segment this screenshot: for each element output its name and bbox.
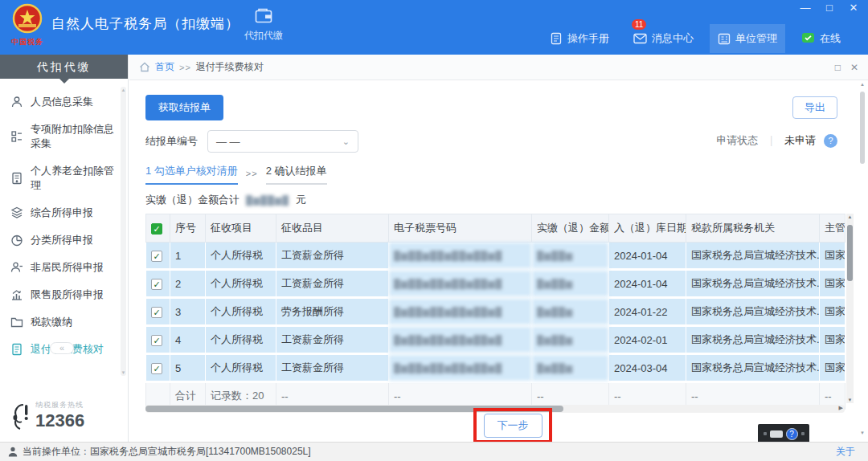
cell-date: 2024-03-04 — [609, 354, 686, 382]
window-minimize-button[interactable]: — — [799, 2, 812, 14]
table-header-row: ✓ 序号 征收项目 征收品目 电子税票号码 实缴（退）金额 入（退）库日期 税款… — [146, 214, 845, 243]
panel-maximize-button[interactable]: □ — [835, 62, 841, 73]
cell-seq: 3 — [170, 298, 206, 326]
panel-close-button[interactable]: ✕ — [850, 62, 858, 73]
cell-seq: 1 — [170, 243, 206, 270]
online-icon — [801, 32, 815, 45]
tab-label: 代扣代缴 — [240, 29, 288, 43]
table-row[interactable]: ✓ 1 个人所得税 工资薪金所得 █▆██▆██▆██▆██▆█ █▆██▆ 2… — [146, 243, 845, 270]
folder-icon — [10, 316, 23, 328]
sidebar-item-personnel-info[interactable]: 人员信息采集 — [0, 88, 128, 116]
sidebar-item-nonresident-income[interactable]: 非居民所得申报 — [0, 254, 128, 281]
home-icon — [139, 62, 150, 72]
tab-daikou-daijiao[interactable]: 代扣代缴 — [240, 8, 288, 43]
cell-agency: 国家税务总局宣城经济技术... — [686, 326, 820, 354]
settlement-number-field-row: 结报单编号 — — ⌄ — [145, 130, 358, 153]
cell-receipt-masked: █▆██▆██▆██▆██▆█ — [389, 243, 532, 270]
cell-project: 个人所得税 — [206, 326, 276, 354]
cell-receipt-masked: █▆██▆██▆██▆██▆█ — [389, 270, 532, 298]
scroll-down-icon[interactable]: ▼ — [859, 430, 866, 435]
table-row[interactable]: ✓ 4 个人所得税 工资薪金所得 █▆██▆██▆██▆██▆█ █▆██▆ 2… — [146, 326, 845, 354]
cell-item: 劳务报酬所得 — [276, 298, 389, 326]
widget-dot-icon — [764, 432, 767, 435]
manual-link[interactable]: 操作手册 — [542, 24, 617, 53]
row-checkbox[interactable]: ✓ — [151, 251, 162, 262]
envelope-icon — [633, 33, 647, 44]
table-vertical-scrollbar[interactable]: ▲ ▼ — [846, 214, 854, 403]
sidebar-item-label: 税款缴纳 — [31, 315, 72, 329]
sidebar-item-restricted-stock[interactable]: 限售股所得申报 — [0, 281, 128, 308]
cell-amount-masked: █▆██▆ — [532, 270, 609, 298]
hotline-block: 纳税服务热线 12366 — [10, 402, 84, 430]
panel-controls: □ ✕ — [835, 62, 858, 73]
logo-caption: 中国税务 — [6, 37, 48, 47]
assist-float-widget[interactable]: ? — [758, 424, 809, 443]
cell-seq: 2 — [170, 270, 206, 298]
table-row[interactable]: ✓ 5 个人所得税 工资薪金所得 █▆██▆██▆██▆██▆█ █▆██▆ 2… — [146, 354, 845, 382]
refund-document-icon — [10, 343, 23, 356]
vertical-scroll-thumb[interactable] — [847, 225, 853, 281]
row-checkbox[interactable]: ✓ — [151, 363, 162, 374]
message-center-link[interactable]: 11 消息中心 — [625, 24, 702, 53]
export-button[interactable]: 导出 — [792, 96, 837, 119]
app-titlebar: 中国税务 自然人电子税务局（扣缴端） 代扣代缴 操作手册 11 — [0, 0, 868, 55]
online-status-link[interactable]: 在线 — [793, 24, 849, 53]
col-header-item: 征收品目 — [276, 214, 389, 243]
apply-status-label: 申请状态 — [716, 133, 758, 148]
sidebar-item-special-deduction[interactable]: 专项附加扣除信息采集 — [0, 116, 128, 157]
sidebar-item-pension-deduction[interactable]: 个人养老金扣除管理 — [0, 157, 128, 199]
tax-bureau-logo: 中国税务 — [6, 3, 48, 47]
sidebar: 代扣代缴 人员信息采集 专项附加扣除信息采集 个人养老金扣除管理 综合所得申报 … — [0, 55, 129, 442]
step-tabs: 1 勾选单户核对清册 >> 2 确认结报单 — [145, 164, 327, 185]
panel-scroll-thumb[interactable] — [860, 92, 865, 164]
titlebar-links: 操作手册 11 消息中心 单位管理 — [542, 24, 849, 53]
pie-chart-icon — [10, 234, 23, 247]
sidebar-item-comprehensive-income[interactable]: 综合所得申报 — [0, 199, 128, 226]
summary-amount-masked: █▆██▆█ — [246, 195, 289, 206]
breadcrumb-home-link[interactable]: 首页 — [155, 60, 174, 74]
wallet-icon — [255, 8, 272, 23]
sidebar-item-label: 综合所得申报 — [31, 206, 93, 220]
scroll-down-icon[interactable]: ▼ — [846, 398, 854, 402]
settlement-number-select[interactable]: — — ⌄ — [207, 130, 358, 153]
cell-manager: 国家 — [820, 326, 845, 354]
table-row[interactable]: ✓ 2 个人所得税 工资薪金所得 █▆██▆██▆██▆██▆█ █▆██▆ 2… — [146, 270, 845, 298]
scroll-down-icon[interactable]: ▼ — [121, 370, 126, 375]
sidebar-item-classified-income[interactable]: 分类所得申报 — [0, 226, 128, 254]
row-checkbox[interactable]: ✓ — [151, 307, 162, 318]
scroll-right-icon[interactable]: ▶ — [839, 405, 843, 411]
window-controls: — □ ✕ — [799, 2, 860, 14]
sidebar-scrollbar[interactable]: ▲ ▼ — [121, 87, 126, 376]
cell-project: 个人所得税 — [206, 298, 276, 326]
col-header-date: 入（退）库日期 — [609, 214, 686, 243]
row-checkbox[interactable]: ✓ — [151, 279, 162, 290]
settlement-number-value: — — — [216, 136, 240, 148]
panel-scrollbar[interactable]: ▲ ▼ — [859, 82, 866, 435]
unit-management-link[interactable]: 单位管理 — [710, 24, 785, 53]
widget-help-icon[interactable]: ? — [786, 428, 798, 440]
cell-amount-masked: █▆██▆ — [532, 243, 609, 270]
sidebar-item-tax-payment[interactable]: 税款缴纳 — [0, 308, 128, 336]
step-1-tab[interactable]: 1 勾选单户核对清册 — [145, 164, 238, 185]
step-2-tab[interactable]: 2 确认结报单 — [266, 164, 327, 185]
status-divider: ｜ — [766, 133, 776, 148]
row-checkbox[interactable]: ✓ — [151, 335, 162, 346]
next-step-button[interactable]: 下一步 — [484, 414, 542, 438]
sidebar-collapse-button[interactable]: « — [50, 342, 74, 354]
row-checkbox-cell: ✓ — [146, 270, 170, 298]
cell-project: 个人所得税 — [206, 270, 276, 298]
scroll-up-icon[interactable]: ▲ — [846, 214, 854, 219]
scroll-up-icon[interactable]: ▲ — [121, 88, 126, 92]
breadcrumb-current-page: 退付手续费核对 — [196, 60, 264, 74]
scroll-up-icon[interactable]: ▲ — [859, 82, 866, 87]
fetch-settlement-button[interactable]: 获取结报单 — [145, 95, 223, 120]
cell-item: 工资薪金所得 — [276, 270, 389, 298]
sidebar-header: 代扣代缴 — [0, 55, 128, 79]
help-icon[interactable]: ? — [824, 134, 837, 148]
select-all-checkbox[interactable]: ✓ — [151, 223, 162, 235]
annotation-highlight: 下一步 — [473, 408, 552, 443]
window-close-button[interactable]: ✕ — [847, 2, 860, 14]
table-row[interactable]: ✓ 3 个人所得税 劳务报酬所得 █▆██▆██▆██▆██▆█ █▆██▆ 2… — [146, 298, 845, 326]
about-link[interactable]: 关于 — [836, 445, 855, 459]
window-maximize-button[interactable]: □ — [823, 2, 836, 14]
